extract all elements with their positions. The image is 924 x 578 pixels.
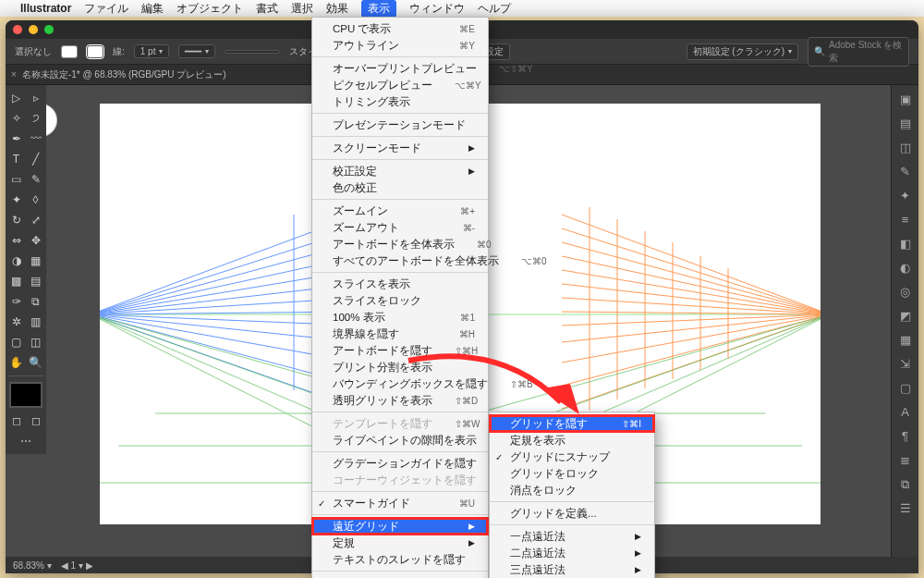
menu-item[interactable]: アートボードを全体表示⌘0: [312, 236, 488, 252]
edit-toolbar[interactable]: ⋯: [7, 432, 44, 450]
type-tool[interactable]: T: [7, 150, 25, 168]
menu-type[interactable]: 書式: [256, 1, 278, 17]
menu-item[interactable]: ピクセルプレビュー⌥⌘Y: [312, 77, 488, 93]
perspective-tool[interactable]: ▦: [27, 252, 44, 270]
menu-item[interactable]: スクリーンモード▶: [312, 140, 488, 156]
adobe-stock-search[interactable]: 🔍 Adobe Stock を検索: [808, 37, 909, 67]
menu-item[interactable]: プレゼンテーションモード: [312, 117, 488, 133]
eraser-tool[interactable]: ◊: [27, 191, 44, 209]
scale-tool[interactable]: ⤢: [27, 211, 44, 229]
graph-tool[interactable]: ▥: [27, 313, 44, 331]
brushes-panel-icon[interactable]: ✎: [897, 165, 914, 181]
zoom-level[interactable]: 68.83% ▾: [13, 560, 52, 571]
artboard-tool[interactable]: ▢: [7, 333, 25, 351]
menu-item[interactable]: 一点遠近法▶: [490, 528, 654, 545]
opacity-picker[interactable]: [225, 50, 280, 54]
menu-item[interactable]: オーバープリントプレビュー⌥⇧⌘Y: [312, 60, 488, 77]
workspace-switcher[interactable]: 初期設定 (クラシック) ▾: [687, 43, 798, 60]
menu-item[interactable]: 100% 表示⌘1: [312, 309, 488, 326]
menu-item[interactable]: ライブペイントの隙間を表示: [312, 432, 488, 449]
menu-item[interactable]: プリント分割を表示: [312, 359, 488, 375]
menu-item[interactable]: グリッドを隠す⇧⌘I: [490, 415, 654, 432]
line-tool[interactable]: ╱: [27, 150, 44, 168]
screen-mode[interactable]: ◻: [27, 412, 44, 430]
draw-mode[interactable]: ◻: [7, 412, 25, 430]
menu-item[interactable]: ✓グリッドにスナップ: [490, 449, 654, 465]
menu-item[interactable]: アウトライン⌘Y: [312, 37, 488, 54]
symbols-panel-icon[interactable]: ✦: [897, 189, 914, 205]
lasso-tool[interactable]: ੭: [27, 109, 44, 128]
selection-tool[interactable]: ▷: [7, 89, 25, 107]
minimize-icon[interactable]: [29, 25, 38, 34]
maximize-icon[interactable]: [44, 25, 54, 34]
curvature-tool[interactable]: 〰: [27, 129, 44, 148]
menu-help[interactable]: ヘルプ: [478, 1, 511, 17]
stroke-weight-field[interactable]: 1 pt▾: [134, 44, 170, 58]
menu-item[interactable]: すべてのアートボードを全体表示⌥⌘0: [312, 252, 488, 269]
transparency-panel-icon[interactable]: ◐: [897, 261, 914, 277]
menu-item[interactable]: 二点遠近法▶: [490, 545, 654, 561]
graphic-styles-panel-icon[interactable]: ◩: [897, 309, 914, 326]
properties-panel-icon[interactable]: ▣: [897, 92, 914, 109]
menu-item[interactable]: バウンディングボックスを隠す⇧⌘B: [312, 375, 488, 392]
fill-stroke-swatch[interactable]: [9, 382, 43, 408]
menu-window[interactable]: ウィンドウ: [409, 1, 465, 17]
width-tool[interactable]: ⇔: [7, 231, 25, 250]
stroke-swatch[interactable]: [87, 45, 103, 58]
hand-tool[interactable]: ✋: [7, 353, 25, 372]
close-tab-icon[interactable]: ×: [11, 69, 17, 80]
menu-item[interactable]: グリッドをロック: [490, 465, 654, 482]
swatches-panel-icon[interactable]: ◫: [897, 141, 914, 157]
menu-effect[interactable]: 効果: [326, 1, 348, 17]
menu-item[interactable]: ズームイン⌘+: [312, 203, 488, 219]
close-icon[interactable]: [13, 25, 22, 34]
menu-item[interactable]: 遠近グリッド▶: [312, 518, 488, 535]
menu-item[interactable]: スライスを表示: [312, 276, 488, 292]
mesh-tool[interactable]: ▩: [7, 272, 25, 290]
artboard-nav[interactable]: ◀ 1 ▾ ▶: [61, 560, 93, 571]
slice-tool[interactable]: ◫: [27, 333, 44, 351]
shape-builder-tool[interactable]: ◑: [7, 252, 25, 270]
pen-tool[interactable]: ✒: [7, 129, 25, 148]
document-tab[interactable]: 名称未設定-1* @ 68.83% (RGB/GPU プレビュー): [22, 68, 226, 81]
libraries-panel-icon[interactable]: ▤: [897, 117, 914, 133]
app-name[interactable]: Illustrator: [20, 2, 71, 15]
magic-wand-tool[interactable]: ✧: [7, 109, 25, 128]
menu-item[interactable]: 消点をロック: [490, 482, 654, 498]
menu-item[interactable]: グリッドを定義...: [490, 505, 654, 522]
layers-panel-icon[interactable]: ▦: [897, 333, 914, 350]
menu-item[interactable]: 校正設定▶: [312, 163, 488, 179]
menu-item[interactable]: トリミング表示: [312, 93, 488, 110]
zoom-tool[interactable]: 🔍: [27, 353, 44, 372]
transform-panel-icon[interactable]: ☰: [897, 501, 914, 518]
menu-edit[interactable]: 編集: [141, 1, 164, 17]
gradient-panel-icon[interactable]: ◧: [897, 237, 914, 253]
free-transform-tool[interactable]: ✥: [27, 231, 44, 250]
char-panel-icon[interactable]: A: [897, 405, 914, 422]
menu-item[interactable]: ガイド▶: [312, 574, 488, 578]
menu-item[interactable]: 定規▶: [312, 535, 488, 551]
pathfinder-panel-icon[interactable]: ⧉: [897, 477, 914, 494]
menu-item[interactable]: アートボードを隠す⇧⌘H: [312, 342, 488, 359]
align-panel-icon[interactable]: ≣: [897, 453, 914, 470]
blend-tool[interactable]: ⧉: [27, 292, 44, 311]
menu-item[interactable]: ズームアウト⌘-: [312, 219, 488, 236]
menu-item[interactable]: 三点遠近法▶: [490, 561, 654, 578]
direct-selection-tool[interactable]: ▹: [27, 89, 44, 107]
rotate-tool[interactable]: ↻: [7, 211, 25, 229]
para-panel-icon[interactable]: ¶: [897, 429, 914, 446]
menu-item[interactable]: テキストのスレッドを隠す⇧⌘Y: [312, 551, 488, 568]
menu-item[interactable]: グラデーションガイドを隠す⌥⌘G: [312, 455, 488, 472]
paintbrush-tool[interactable]: ✎: [27, 170, 44, 189]
fill-swatch[interactable]: [61, 45, 78, 58]
shaper-tool[interactable]: ✦: [7, 191, 25, 209]
rectangle-tool[interactable]: ▭: [7, 170, 25, 189]
gradient-tool[interactable]: ▤: [27, 272, 44, 290]
menu-select[interactable]: 選択: [291, 1, 313, 17]
asset-export-panel-icon[interactable]: ⇲: [897, 357, 914, 374]
menu-item[interactable]: CPU で表示⌘E: [312, 20, 488, 37]
menu-item[interactable]: スライスをロック: [312, 292, 488, 309]
symbol-sprayer-tool[interactable]: ✲: [7, 313, 25, 331]
stroke-panel-icon[interactable]: ≡: [897, 213, 914, 229]
menu-file[interactable]: ファイル: [84, 1, 128, 17]
